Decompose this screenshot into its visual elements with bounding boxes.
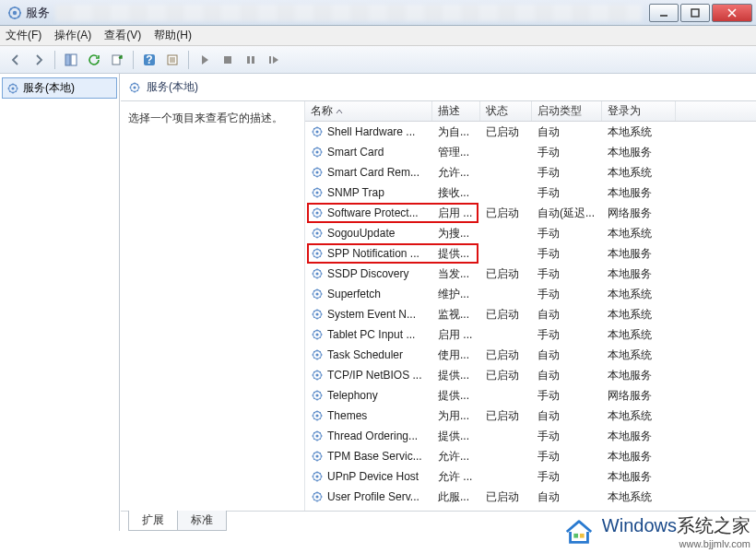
- nav-services-local[interactable]: 服务(本地): [2, 77, 117, 99]
- cell-desc: 此服...: [432, 489, 480, 505]
- menu-file[interactable]: 文件(F): [6, 28, 41, 43]
- prompt-text: 选择一个项目来查看它的描述。: [128, 112, 283, 124]
- col-name[interactable]: 名称: [305, 101, 432, 121]
- svg-rect-16: [269, 56, 271, 64]
- table-row[interactable]: Thread Ordering...提供...手动本地服务: [305, 426, 756, 446]
- col-logon[interactable]: 登录为: [602, 101, 676, 121]
- svg-point-36: [315, 272, 318, 275]
- cell-desc: 允许 ...: [432, 469, 480, 485]
- table-row[interactable]: Smart Card管理...手动本地服务: [305, 142, 756, 162]
- table-row[interactable]: Software Protect...启用 ...已启动自动(延迟...网络服务: [305, 203, 756, 223]
- window-buttons: [647, 4, 752, 22]
- cell-logon: 本地服务: [602, 469, 676, 485]
- gear-icon: [6, 82, 19, 95]
- show-hide-tree-button[interactable]: [61, 50, 81, 70]
- close-button[interactable]: [712, 4, 752, 22]
- table-row[interactable]: UPnP Device Host允许 ...手动本地服务: [305, 466, 756, 487]
- forward-button[interactable]: [29, 50, 49, 70]
- table-row[interactable]: Themes为用...已启动自动本地系统: [305, 406, 756, 426]
- col-status[interactable]: 状态: [480, 101, 532, 121]
- cell-logon: 本地服务: [602, 145, 676, 160]
- maximize-button[interactable]: [680, 4, 710, 22]
- cell-logon: 本地服务: [602, 449, 676, 465]
- cell-desc: 提供...: [432, 429, 480, 444]
- app-icon: [7, 6, 22, 20]
- watermark-brand: Windows: [602, 515, 677, 535]
- table-row[interactable]: Shell Hardware ...为自...已启动自动本地系统: [305, 122, 756, 142]
- cell-startup: 自动: [532, 124, 602, 140]
- svg-rect-59: [573, 533, 578, 537]
- pause-button[interactable]: [241, 50, 261, 70]
- left-nav: 服务(本地): [0, 74, 120, 531]
- table-row[interactable]: Tablet PC Input ...启用 ...手动本地系统: [305, 324, 756, 345]
- restart-button[interactable]: [264, 50, 284, 70]
- refresh-button[interactable]: [84, 50, 104, 70]
- cell-startup: 自动: [532, 307, 602, 323]
- svg-point-24: [315, 150, 318, 153]
- table-row[interactable]: SPP Notification ...提供...手动本地服务: [305, 243, 756, 264]
- cell-desc: 维护...: [432, 287, 480, 302]
- col-desc[interactable]: 描述: [432, 101, 480, 121]
- properties-button[interactable]: [162, 50, 183, 70]
- cell-startup: 手动: [532, 145, 602, 160]
- nav-label: 服务(本地): [23, 80, 75, 96]
- col-startup[interactable]: 启动类型: [532, 101, 602, 121]
- cell-name: SPP Notification ...: [305, 247, 432, 260]
- minimize-button[interactable]: [649, 4, 679, 22]
- table-row[interactable]: SNMP Trap接收...手动本地服务: [305, 182, 756, 203]
- svg-point-46: [315, 373, 318, 376]
- cell-desc: 为自...: [432, 124, 480, 140]
- cell-startup: 手动: [532, 388, 602, 404]
- menu-view[interactable]: 查看(V): [104, 28, 141, 43]
- cell-logon: 本地系统: [602, 165, 676, 181]
- rows-container[interactable]: Shell Hardware ...为自...已启动自动本地系统Smart Ca…: [305, 122, 756, 511]
- help-button[interactable]: ?: [139, 50, 159, 70]
- table-row[interactable]: System Event N...监视...已启动自动本地系统: [305, 304, 756, 324]
- watermark-url: www.bjjmlv.com: [602, 538, 750, 549]
- cell-name: User Profile Serv...: [305, 490, 432, 503]
- table-row[interactable]: Smart Card Rem...允许...手动本地系统: [305, 162, 756, 182]
- table-row[interactable]: Superfetch维护...手动本地系统: [305, 284, 756, 304]
- cell-status: 已启动: [480, 266, 532, 282]
- cell-desc: 允许...: [432, 165, 480, 181]
- svg-point-38: [315, 292, 318, 295]
- table-row[interactable]: SSDP Discovery当发...已启动手动本地服务: [305, 264, 756, 284]
- table-row[interactable]: Telephony提供...手动网络服务: [305, 385, 756, 406]
- watermark: Windows系统之家 www.bjjmlv.com: [561, 513, 750, 549]
- cell-name: Telephony: [305, 389, 432, 402]
- service-list: 名称 描述 状态 启动类型 登录为 Shell Hardware ...为自..…: [305, 101, 756, 511]
- cell-desc: 启用 ...: [432, 206, 480, 221]
- menu-help[interactable]: 帮助(H): [154, 28, 192, 43]
- cell-logon: 本地系统: [602, 408, 676, 424]
- cell-logon: 本地服务: [602, 185, 676, 201]
- table-row[interactable]: User Profile Serv...此服...已启动自动本地系统: [305, 487, 756, 507]
- start-button[interactable]: [195, 50, 215, 70]
- table-row[interactable]: TPM Base Servic...允许...手动本地服务: [305, 446, 756, 466]
- table-row[interactable]: Task Scheduler使用...已启动自动本地系统: [305, 345, 756, 365]
- menu-action[interactable]: 操作(A): [54, 28, 91, 43]
- cell-name: UPnP Device Host: [305, 470, 432, 483]
- svg-point-34: [315, 252, 318, 254]
- main-area: 服务(本地) 服务(本地) 选择一个项目来查看它的描述。 名称 描述 状态 启动…: [0, 74, 756, 531]
- cell-logon: 本地系统: [602, 347, 676, 363]
- cell-logon: 本地系统: [602, 327, 676, 343]
- svg-point-1: [13, 10, 17, 14]
- svg-rect-13: [224, 56, 231, 64]
- cell-name: Superfetch: [305, 288, 432, 300]
- cell-startup: 自动: [532, 489, 602, 505]
- table-row[interactable]: SogouUpdate为搜...手动本地系统: [305, 223, 756, 243]
- cell-logon: 本地服务: [602, 266, 676, 282]
- back-button[interactable]: [6, 50, 26, 70]
- cell-startup: 手动: [532, 449, 602, 465]
- table-row[interactable]: TCP/IP NetBIOS ...提供...已启动自动本地服务: [305, 365, 756, 385]
- tab-standard[interactable]: 标准: [177, 511, 227, 531]
- tab-extended[interactable]: 扩展: [128, 511, 178, 531]
- pane-title: 服务(本地): [147, 79, 749, 95]
- stop-button[interactable]: [218, 50, 238, 70]
- column-headers: 名称 描述 状态 启动类型 登录为: [305, 101, 756, 122]
- export-button[interactable]: [107, 50, 127, 70]
- cell-logon: 网络服务: [602, 388, 676, 404]
- cell-startup: 手动: [532, 246, 602, 262]
- cell-status: 已启动: [480, 124, 532, 140]
- cell-startup: 手动: [532, 287, 602, 302]
